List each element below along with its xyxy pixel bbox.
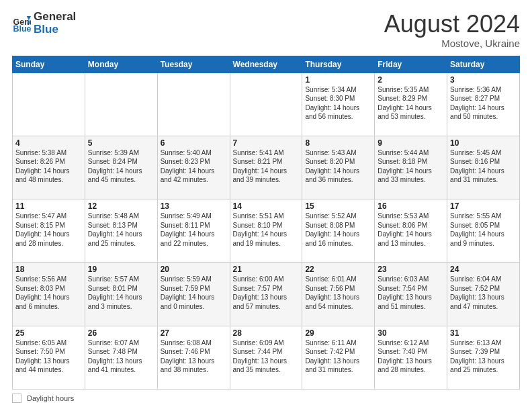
footer: Daylight hours: [12, 394, 520, 403]
day-info: Sunrise: 6:00 AM Sunset: 7:57 PM Dayligh…: [233, 275, 300, 311]
day-number: 2: [378, 75, 444, 85]
calendar-cell: 13Sunrise: 5:49 AM Sunset: 8:11 PM Dayli…: [157, 199, 230, 263]
day-number: 17: [450, 201, 517, 211]
day-number: 5: [88, 138, 154, 148]
calendar-cell: 3Sunrise: 5:36 AM Sunset: 8:27 PM Daylig…: [447, 73, 520, 136]
day-info: Sunrise: 6:07 AM Sunset: 7:48 PM Dayligh…: [88, 338, 154, 375]
day-info: Sunrise: 5:44 AM Sunset: 8:18 PM Dayligh…: [378, 148, 444, 185]
legend-label: Daylight hours: [27, 394, 74, 402]
day-number: 1: [305, 75, 371, 85]
day-number: 20: [161, 265, 227, 274]
calendar-cell: 17Sunrise: 5:55 AM Sunset: 8:05 PM Dayli…: [447, 199, 520, 263]
calendar-cell: 14Sunrise: 5:51 AM Sunset: 8:10 PM Dayli…: [230, 199, 302, 263]
calendar-cell: 31Sunrise: 6:13 AM Sunset: 7:39 PM Dayli…: [447, 326, 520, 389]
day-number: 3: [450, 75, 517, 85]
day-info: Sunrise: 5:57 AM Sunset: 8:01 PM Dayligh…: [88, 275, 154, 311]
day-info: Sunrise: 5:34 AM Sunset: 8:30 PM Dayligh…: [305, 85, 371, 122]
day-number: 19: [88, 265, 154, 274]
logo-icon: General Blue: [12, 14, 31, 33]
day-number: 14: [233, 201, 300, 211]
calendar-cell: 26Sunrise: 6:07 AM Sunset: 7:48 PM Dayli…: [85, 326, 157, 389]
day-info: Sunrise: 6:01 AM Sunset: 7:56 PM Dayligh…: [305, 275, 371, 311]
calendar-cell: 5Sunrise: 5:39 AM Sunset: 8:24 PM Daylig…: [85, 136, 157, 199]
calendar-cell: 19Sunrise: 5:57 AM Sunset: 8:01 PM Dayli…: [85, 263, 157, 326]
calendar-cell: 20Sunrise: 5:59 AM Sunset: 7:59 PM Dayli…: [157, 263, 230, 326]
week-row-2: 4Sunrise: 5:38 AM Sunset: 8:26 PM Daylig…: [13, 136, 520, 199]
day-info: Sunrise: 6:11 AM Sunset: 7:42 PM Dayligh…: [305, 338, 371, 375]
day-info: Sunrise: 5:40 AM Sunset: 8:23 PM Dayligh…: [161, 148, 227, 185]
calendar-cell: 18Sunrise: 5:56 AM Sunset: 8:03 PM Dayli…: [13, 263, 85, 326]
page: General Blue General Blue August 2024 Mo…: [0, 0, 532, 411]
header: General Blue General Blue August 2024 Mo…: [12, 11, 520, 49]
calendar-cell: 11Sunrise: 5:47 AM Sunset: 8:15 PM Dayli…: [13, 199, 85, 263]
day-number: 31: [450, 328, 517, 338]
day-info: Sunrise: 5:35 AM Sunset: 8:29 PM Dayligh…: [378, 85, 444, 122]
day-number: 22: [305, 265, 371, 274]
weekday-header-thursday: Thursday: [302, 56, 375, 73]
weekday-header-tuesday: Tuesday: [157, 56, 230, 73]
title-block: August 2024 Mostove, Ukraine: [384, 11, 520, 49]
day-number: 24: [450, 265, 517, 274]
day-info: Sunrise: 6:13 AM Sunset: 7:39 PM Dayligh…: [450, 338, 517, 375]
weekday-header-monday: Monday: [85, 56, 157, 73]
calendar-table: SundayMondayTuesdayWednesdayThursdayFrid…: [12, 56, 520, 390]
calendar-cell: [85, 73, 157, 136]
weekday-header-wednesday: Wednesday: [230, 56, 302, 73]
day-number: 8: [305, 138, 371, 148]
calendar-cell: 1Sunrise: 5:34 AM Sunset: 8:30 PM Daylig…: [302, 73, 375, 136]
day-info: Sunrise: 6:04 AM Sunset: 7:52 PM Dayligh…: [450, 275, 517, 311]
weekday-header-sunday: Sunday: [13, 56, 85, 73]
day-number: 16: [378, 201, 444, 211]
day-info: Sunrise: 5:51 AM Sunset: 8:10 PM Dayligh…: [233, 212, 300, 248]
calendar-cell: 22Sunrise: 6:01 AM Sunset: 7:56 PM Dayli…: [302, 263, 375, 326]
day-number: 10: [450, 138, 517, 148]
calendar-cell: 4Sunrise: 5:38 AM Sunset: 8:26 PM Daylig…: [13, 136, 85, 199]
day-number: 28: [233, 328, 300, 338]
calendar-cell: 23Sunrise: 6:03 AM Sunset: 7:54 PM Dayli…: [375, 263, 447, 326]
day-number: 21: [233, 265, 300, 274]
calendar-cell: 28Sunrise: 6:09 AM Sunset: 7:44 PM Dayli…: [230, 326, 302, 389]
weekday-header-saturday: Saturday: [447, 56, 520, 73]
calendar-cell: 16Sunrise: 5:53 AM Sunset: 8:06 PM Dayli…: [375, 199, 447, 263]
day-info: Sunrise: 5:49 AM Sunset: 8:11 PM Dayligh…: [161, 212, 227, 248]
week-row-1: 1Sunrise: 5:34 AM Sunset: 8:30 PM Daylig…: [13, 73, 520, 136]
day-info: Sunrise: 5:47 AM Sunset: 8:15 PM Dayligh…: [15, 212, 82, 248]
calendar-cell: 10Sunrise: 5:45 AM Sunset: 8:16 PM Dayli…: [447, 136, 520, 199]
calendar-cell: 6Sunrise: 5:40 AM Sunset: 8:23 PM Daylig…: [157, 136, 230, 199]
day-number: 23: [378, 265, 444, 274]
calendar-cell: 24Sunrise: 6:04 AM Sunset: 7:52 PM Dayli…: [447, 263, 520, 326]
day-number: 13: [161, 201, 227, 211]
day-info: Sunrise: 5:45 AM Sunset: 8:16 PM Dayligh…: [450, 148, 517, 185]
calendar-cell: 25Sunrise: 6:05 AM Sunset: 7:50 PM Dayli…: [13, 326, 85, 389]
logo: General Blue General Blue: [12, 11, 76, 36]
day-info: Sunrise: 5:52 AM Sunset: 8:08 PM Dayligh…: [305, 212, 371, 248]
legend-box: [12, 394, 21, 403]
day-info: Sunrise: 6:08 AM Sunset: 7:46 PM Dayligh…: [161, 338, 227, 375]
calendar-cell: [157, 73, 230, 136]
day-info: Sunrise: 5:56 AM Sunset: 8:03 PM Dayligh…: [15, 275, 82, 311]
day-info: Sunrise: 5:53 AM Sunset: 8:06 PM Dayligh…: [378, 212, 444, 248]
day-number: 4: [15, 138, 82, 148]
day-info: Sunrise: 5:59 AM Sunset: 7:59 PM Dayligh…: [161, 275, 227, 311]
day-number: 6: [161, 138, 227, 148]
day-info: Sunrise: 6:05 AM Sunset: 7:50 PM Dayligh…: [15, 338, 82, 375]
day-number: 12: [88, 201, 154, 211]
week-row-5: 25Sunrise: 6:05 AM Sunset: 7:50 PM Dayli…: [13, 326, 520, 389]
svg-text:Blue: Blue: [13, 24, 31, 33]
day-info: Sunrise: 5:43 AM Sunset: 8:20 PM Dayligh…: [305, 148, 371, 185]
calendar-cell: 9Sunrise: 5:44 AM Sunset: 8:18 PM Daylig…: [375, 136, 447, 199]
week-row-4: 18Sunrise: 5:56 AM Sunset: 8:03 PM Dayli…: [13, 263, 520, 326]
week-row-3: 11Sunrise: 5:47 AM Sunset: 8:15 PM Dayli…: [13, 199, 520, 263]
day-number: 18: [15, 265, 82, 274]
day-number: 29: [305, 328, 371, 338]
day-number: 26: [88, 328, 154, 338]
calendar-cell: 2Sunrise: 5:35 AM Sunset: 8:29 PM Daylig…: [375, 73, 447, 136]
logo-blue: Blue: [34, 24, 76, 36]
calendar-cell: 12Sunrise: 5:48 AM Sunset: 8:13 PM Dayli…: [85, 199, 157, 263]
day-number: 30: [378, 328, 444, 338]
calendar-cell: [230, 73, 302, 136]
day-number: 11: [15, 201, 82, 211]
day-number: 7: [233, 138, 300, 148]
day-info: Sunrise: 6:12 AM Sunset: 7:40 PM Dayligh…: [378, 338, 444, 375]
day-number: 25: [15, 328, 82, 338]
